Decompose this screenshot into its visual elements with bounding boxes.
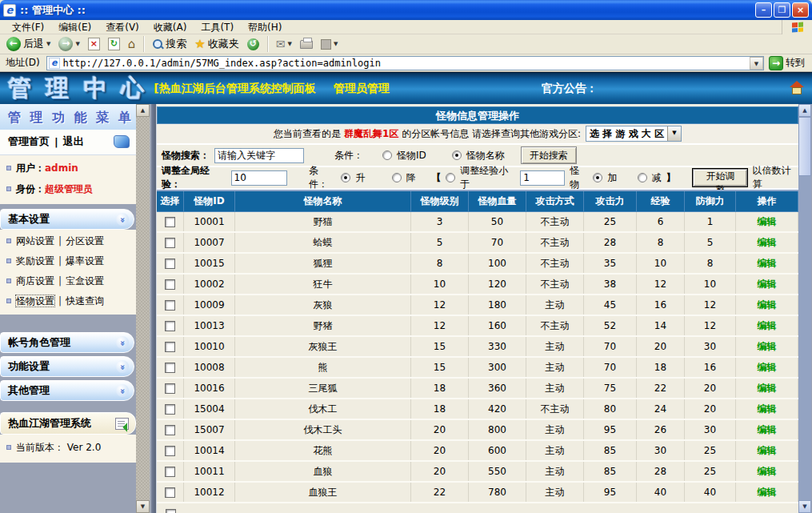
menu-view[interactable]: 查看(V) [98, 20, 146, 34]
row-checkbox[interactable] [165, 217, 175, 227]
row-checkbox[interactable] [165, 383, 175, 394]
maximize-button[interactable]: ❐ [774, 2, 790, 18]
row-checkbox[interactable] [165, 279, 175, 290]
nav-link[interactable]: 宝盒设置 [66, 275, 104, 287]
row-checkbox[interactable] [165, 446, 175, 456]
row-checkbox[interactable] [165, 321, 175, 331]
select-dropdown-icon[interactable]: ▼ [667, 126, 681, 141]
edit-page-button[interactable]: ▼ [318, 35, 341, 53]
history-button[interactable]: ↺ [244, 35, 262, 53]
search-button[interactable]: 搜索 [149, 35, 190, 53]
menu-tools[interactable]: 工具(T) [194, 20, 241, 34]
scrollbar-thumb[interactable] [798, 117, 811, 176]
main-scrollbar[interactable]: ▲ ▼ [798, 104, 811, 513]
scroll-up-icon[interactable]: ▲ [136, 104, 150, 117]
sidebar-section-functions[interactable]: 功能设置 » [0, 356, 134, 377]
print-button[interactable] [297, 35, 316, 53]
row-checkbox[interactable] [165, 467, 175, 477]
edit-dropdown-icon[interactable]: ▼ [334, 41, 338, 47]
radio-down[interactable] [392, 173, 402, 182]
menu-edit[interactable]: 编辑(E) [51, 20, 98, 34]
chevron-down-icon[interactable]: » [116, 336, 129, 349]
nav-link[interactable]: 爆率设置 [66, 255, 104, 267]
scrollbar-track[interactable] [136, 117, 150, 500]
nav-link[interactable]: 商店设置 [16, 275, 54, 287]
radio-exp-less-than[interactable] [446, 173, 455, 182]
edit-link[interactable]: 编辑 [758, 361, 777, 375]
sidebar-section-other[interactable]: 其他管理 » [0, 380, 134, 401]
edit-link[interactable]: 编辑 [758, 278, 777, 291]
cell-attack: 70 [584, 358, 637, 377]
nav-link[interactable]: 分区设置 [66, 235, 104, 246]
edit-link[interactable]: 编辑 [758, 423, 777, 437]
edit-link[interactable]: 编辑 [758, 319, 777, 333]
favorites-button[interactable]: ★ 收藏夹 [191, 35, 242, 53]
menu-favorites[interactable]: 收藏(A) [146, 20, 194, 34]
edit-link[interactable]: 编辑 [758, 236, 777, 250]
row-checkbox[interactable] [165, 425, 175, 435]
edit-link[interactable]: 编辑 [758, 340, 777, 354]
edit-link[interactable]: 编辑 [758, 299, 777, 312]
radio-monster-id[interactable] [382, 150, 392, 160]
sidebar-section-accounts[interactable]: 帐号角色管理 » [0, 332, 134, 353]
close-button[interactable]: × [792, 2, 809, 18]
edit-link[interactable]: 编辑 [758, 257, 777, 271]
start-adjust-button[interactable]: 开始调整 [693, 169, 747, 186]
zone-select[interactable]: 选 择 游 戏 大 区 ▼ [586, 126, 682, 142]
sidebar-logout-link[interactable]: 退出 [63, 134, 84, 149]
row-checkbox[interactable] [165, 404, 175, 415]
home-button[interactable]: ⌂ [125, 35, 139, 53]
back-dropdown-icon[interactable]: ▼ [46, 41, 50, 47]
exp-threshold-input[interactable] [520, 170, 565, 186]
edit-link[interactable]: 编辑 [758, 382, 777, 395]
radio-add[interactable] [593, 173, 602, 182]
mail-dropdown-icon[interactable]: ▼ [288, 41, 292, 47]
mail-button[interactable]: ✉ ▼ [273, 35, 295, 53]
banner-admin-link[interactable]: 管理员管理 [334, 82, 390, 96]
scrollbar-track[interactable] [798, 176, 811, 500]
row-checkbox[interactable] [165, 259, 175, 269]
edit-link[interactable]: 编辑 [758, 403, 777, 416]
sidebar-home-link[interactable]: 管理首页 [8, 134, 50, 149]
edit-link[interactable]: 编辑 [758, 215, 777, 229]
edit-link[interactable]: 编辑 [758, 486, 777, 499]
refresh-button[interactable]: ↻ [105, 35, 123, 53]
forward-dropdown-icon[interactable]: ▼ [75, 41, 79, 47]
minimize-button[interactable]: – [755, 2, 772, 18]
chevron-down-icon[interactable]: » [116, 360, 129, 373]
chevron-down-icon[interactable]: » [116, 384, 129, 397]
row-checkbox[interactable] [166, 509, 176, 513]
row-checkbox[interactable] [165, 342, 175, 352]
nav-link[interactable]: 网站设置 [16, 235, 54, 246]
edit-link[interactable]: 编辑 [758, 444, 777, 458]
scroll-down-icon[interactable]: ▼ [798, 500, 811, 513]
nav-link[interactable]: 怪物设置 [16, 295, 54, 307]
radio-up[interactable] [341, 173, 350, 182]
address-input[interactable]: e http://127.0.0.1/admin/57MG_index.asp?… [46, 56, 764, 70]
sidebar-section-basic-settings[interactable]: 基本设置 » [0, 209, 134, 230]
go-button[interactable]: → 转到 [767, 56, 810, 70]
chevron-down-icon[interactable]: » [116, 213, 129, 226]
back-button[interactable]: ← 后退 ▼ [3, 35, 54, 53]
radio-subtract[interactable] [638, 173, 647, 182]
row-checkbox[interactable] [165, 487, 175, 498]
scroll-up-icon[interactable]: ▲ [798, 104, 811, 117]
sidebar-scrollbar[interactable]: ▲ ▼ [136, 104, 150, 513]
menu-help[interactable]: 帮助(H) [241, 20, 289, 34]
row-checkbox[interactable] [165, 300, 175, 311]
radio-monster-name[interactable] [452, 150, 462, 160]
menu-file[interactable]: 文件(F) [5, 20, 51, 34]
banner-home-icon[interactable] [790, 82, 804, 94]
nav-link[interactable]: 快速查询 [66, 295, 104, 307]
stop-button[interactable]: × [85, 35, 103, 53]
nav-link[interactable]: 奖励设置 [16, 255, 54, 267]
forward-button[interactable]: → ▼ [55, 35, 82, 53]
exp-value-input[interactable] [231, 170, 287, 186]
edit-link[interactable]: 编辑 [758, 465, 777, 479]
address-dropdown-icon[interactable]: ▼ [750, 57, 763, 70]
monster-search-input[interactable] [214, 148, 304, 163]
start-search-button[interactable]: 开始搜索 [521, 146, 577, 164]
row-checkbox[interactable] [165, 363, 175, 373]
row-checkbox[interactable] [165, 238, 175, 248]
scroll-down-icon[interactable]: ▼ [136, 500, 150, 513]
